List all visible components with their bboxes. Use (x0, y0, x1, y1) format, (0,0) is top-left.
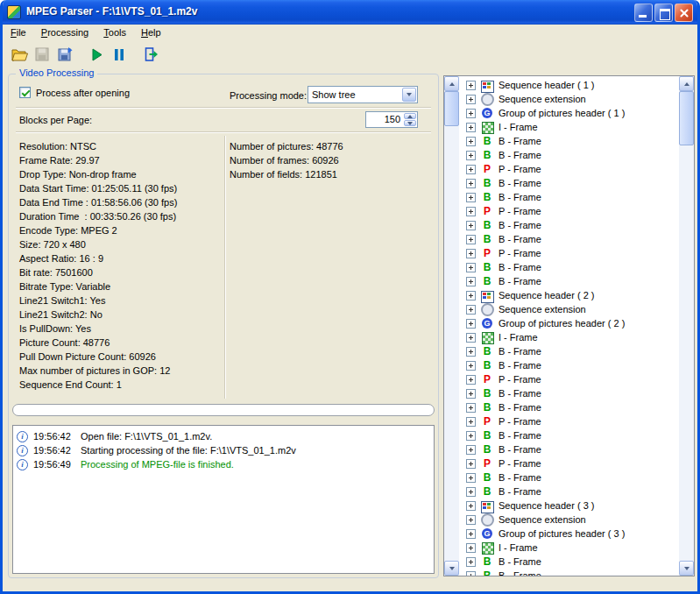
tree-item[interactable]: B - Frame (459, 555, 679, 569)
expand-plus-icon[interactable] (466, 473, 476, 483)
expand-plus-icon[interactable] (466, 543, 476, 553)
tree-item[interactable]: B - Frame (459, 442, 679, 456)
tree-item[interactable]: P - Frame (459, 246, 679, 260)
tree-item[interactable]: B - Frame (459, 400, 679, 414)
expand-plus-icon[interactable] (466, 571, 476, 576)
expand-plus-icon[interactable] (466, 291, 476, 301)
expand-plus-icon[interactable] (466, 165, 476, 174)
tree-item[interactable]: B - Frame (459, 274, 679, 288)
scrollbar-track[interactable] (444, 91, 459, 561)
spin-up-button[interactable] (404, 113, 416, 119)
close-button[interactable] (675, 4, 693, 22)
maximize-button[interactable] (654, 4, 673, 22)
expand-plus-icon[interactable] (466, 431, 476, 441)
expand-plus-icon[interactable] (466, 347, 476, 357)
expand-plus-icon[interactable] (466, 417, 476, 427)
scrollbar-thumb[interactable] (679, 91, 694, 145)
expand-plus-icon[interactable] (466, 529, 476, 539)
tree-item[interactable]: B - Frame (459, 134, 679, 148)
tree-item[interactable]: B - Frame (459, 232, 679, 246)
expand-plus-icon[interactable] (466, 333, 476, 343)
menu-file[interactable]: File (4, 25, 32, 39)
scroll-up-button[interactable] (679, 76, 694, 91)
expand-plus-icon[interactable] (466, 277, 476, 286)
pause-processing-button[interactable] (108, 43, 131, 65)
tree-item[interactable]: Group of pictures header ( 1 ) (459, 106, 679, 120)
tree-item[interactable]: Sequence header ( 1 ) (459, 78, 679, 92)
tree-item[interactable]: Sequence extension (459, 92, 679, 106)
tree-item[interactable]: P - Frame (459, 456, 679, 470)
expand-plus-icon[interactable] (466, 375, 476, 385)
tree-item[interactable]: B - Frame (459, 218, 679, 232)
expand-plus-icon[interactable] (466, 487, 476, 497)
tree-scrollbar-left[interactable] (444, 76, 459, 576)
minimize-button[interactable] (634, 4, 653, 22)
tree-item[interactable]: Sequence extension (459, 513, 679, 527)
expand-plus-icon[interactable] (466, 263, 476, 272)
expand-plus-icon[interactable] (466, 235, 476, 244)
expand-plus-icon[interactable] (466, 249, 476, 258)
tree-item[interactable]: Group of pictures header ( 3 ) (459, 527, 679, 541)
expand-plus-icon[interactable] (466, 459, 476, 469)
menu-tools[interactable]: Tools (97, 25, 132, 39)
scrollbar-track[interactable] (679, 91, 694, 561)
expand-plus-icon[interactable] (466, 361, 476, 371)
tree-item[interactable]: P - Frame (459, 162, 679, 176)
expand-plus-icon[interactable] (466, 109, 476, 118)
tree-item[interactable]: P - Frame (459, 372, 679, 386)
tree-item[interactable]: B - Frame (459, 148, 679, 162)
expand-plus-icon[interactable] (466, 515, 476, 525)
tree-item[interactable]: P - Frame (459, 414, 679, 428)
expand-plus-icon[interactable] (466, 403, 476, 413)
tree-item[interactable]: B - Frame (459, 470, 679, 484)
expand-plus-icon[interactable] (466, 445, 476, 455)
expand-plus-icon[interactable] (466, 179, 476, 188)
tree-item[interactable]: B - Frame (459, 344, 679, 358)
expand-plus-icon[interactable] (466, 389, 476, 399)
combo-dropdown-button[interactable] (402, 88, 416, 102)
spin-down-button[interactable] (404, 120, 416, 126)
log-list[interactable]: 19:56:42 Open file: F:\1\VTS_01_1.m2v. 1… (12, 425, 435, 574)
tree-item[interactable]: Sequence header ( 3 ) (459, 499, 679, 513)
processing-mode-select[interactable]: Show tree (308, 86, 418, 103)
tree-item[interactable]: B - Frame (459, 569, 679, 576)
tree-item[interactable]: Sequence extension (459, 302, 679, 316)
expand-plus-icon[interactable] (466, 95, 476, 104)
expand-plus-icon[interactable] (466, 557, 476, 567)
expand-plus-icon[interactable] (466, 81, 476, 90)
expand-plus-icon[interactable] (466, 501, 476, 511)
tree-item[interactable]: I - Frame (459, 541, 679, 555)
tree-item[interactable]: B - Frame (459, 190, 679, 204)
expand-plus-icon[interactable] (466, 319, 476, 329)
blocks-per-page-spinner[interactable]: 150 (365, 111, 418, 128)
menu-help[interactable]: Help (135, 25, 167, 39)
expand-plus-icon[interactable] (466, 137, 476, 146)
mpeg-structure-tree[interactable]: Sequence header ( 1 ) Sequence extension… (459, 76, 679, 576)
save-sequence-button[interactable] (53, 43, 76, 65)
tree-item[interactable]: Sequence header ( 2 ) (459, 288, 679, 302)
expand-plus-icon[interactable] (466, 193, 476, 202)
tree-item[interactable]: Group of pictures header ( 2 ) (459, 316, 679, 330)
process-after-opening-checkbox[interactable] (19, 87, 31, 98)
tree-item[interactable]: B - Frame (459, 260, 679, 274)
tree-item[interactable]: P - Frame (459, 204, 679, 218)
expand-plus-icon[interactable] (466, 123, 476, 132)
scroll-up-button[interactable] (444, 76, 459, 91)
scrollbar-thumb[interactable] (444, 91, 459, 126)
tree-item[interactable]: I - Frame (459, 120, 679, 134)
tree-item[interactable]: B - Frame (459, 358, 679, 372)
menu-processing[interactable]: Processing (35, 25, 95, 39)
expand-plus-icon[interactable] (466, 151, 476, 160)
expand-plus-icon[interactable] (466, 207, 476, 216)
tree-item[interactable]: I - Frame (459, 330, 679, 344)
titlebar[interactable]: MPEG Parser - F:\1\VTS_01_1.m2v (0, 0, 700, 25)
expand-plus-icon[interactable] (466, 305, 476, 315)
tree-item[interactable]: B - Frame (459, 484, 679, 499)
tree-item[interactable]: B - Frame (459, 428, 679, 442)
scroll-down-button[interactable] (444, 561, 459, 576)
tree-scrollbar-right[interactable] (679, 76, 694, 576)
exit-button[interactable] (139, 43, 162, 65)
expand-plus-icon[interactable] (466, 221, 476, 230)
open-file-button[interactable] (8, 43, 31, 65)
tree-item[interactable]: B - Frame (459, 176, 679, 190)
